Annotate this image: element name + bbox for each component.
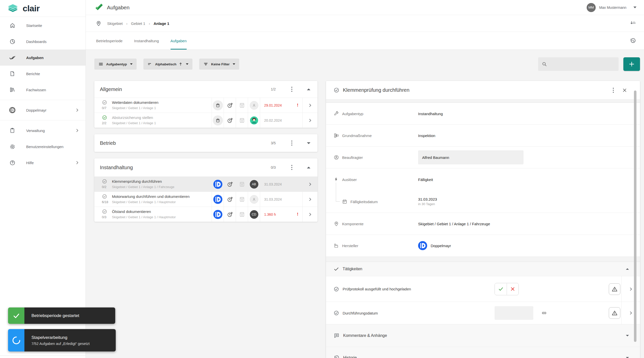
toast-stapelverarbeitung[interactable]: Stapelverarbeitung 7/52 Aufgaben auf „Er… <box>8 329 116 351</box>
task-main: Motorwartung durchführen und dokumentier… <box>94 192 212 207</box>
add-time-cell[interactable] <box>224 177 236 192</box>
open-task-button[interactable] <box>302 98 317 113</box>
sidebar-item-verwaltung[interactable]: Verwaltung <box>0 122 86 139</box>
assignee-cell[interactable] <box>248 113 260 128</box>
add-time-cell[interactable] <box>224 98 236 113</box>
collapse-up-icon[interactable] <box>626 268 629 270</box>
assignee-cell[interactable] <box>248 192 260 207</box>
add-task-button[interactable] <box>623 57 640 71</box>
section-kommentare[interactable]: Kommentare & Anhänge <box>326 324 640 347</box>
collapse-down-icon[interactable] <box>626 357 629 358</box>
collapse-up-icon[interactable] <box>307 88 310 90</box>
sidebar-item-berichte[interactable]: Berichte <box>0 66 86 82</box>
confirm-yes-button[interactable] <box>495 283 507 295</box>
add-time-cell[interactable] <box>224 192 236 207</box>
content: Aufgabentyp Alphabetisch <box>86 50 644 358</box>
assignee-input[interactable]: Alfred Baumann <box>418 150 524 164</box>
home-icon <box>9 22 16 29</box>
sidebar-item-label: Fachwissen <box>26 88 80 92</box>
report-issue-button[interactable] <box>609 283 620 295</box>
pie-chart-icon <box>9 38 16 45</box>
sidebar-item-label: Doppelmayr <box>26 108 74 112</box>
group-count: 1/2 <box>271 87 276 91</box>
filter-keine-filter[interactable]: Keine Filter <box>199 59 239 70</box>
archive-cell[interactable] <box>236 113 248 128</box>
collapse-down-icon[interactable] <box>626 335 629 336</box>
app-logo[interactable]: clair <box>0 0 86 17</box>
open-activity-button[interactable] <box>621 276 640 302</box>
tab-aufgaben[interactable]: Aufgaben <box>171 32 187 50</box>
collapse-down-icon[interactable] <box>307 142 310 144</box>
group-menu-button[interactable] <box>289 87 295 92</box>
user-menu[interactable]: MM Max Mustermann <box>587 3 636 12</box>
tab-betriebsperiode[interactable]: Betriebsperiode <box>96 32 123 50</box>
task-row-oelstand[interactable]: Ölstand dokumentieren 0/3 Skigebiet / Ge… <box>94 207 317 222</box>
toast-body: Betriebsperiode gestartet <box>24 307 115 324</box>
date-input[interactable] <box>495 306 533 320</box>
sidebar-item-fachwissen[interactable]: Fachwissen <box>0 82 86 98</box>
task-row-klemmenpruefung[interactable]: Klemmenprüfung durchführen 0/2 Skigebiet… <box>94 176 317 192</box>
due-date: 31.03.2024 <box>264 197 282 201</box>
filter-aufgabentyp[interactable]: Aufgabentyp <box>94 59 137 70</box>
check-icon <box>334 266 339 272</box>
confirm-no-button[interactable] <box>507 283 518 295</box>
breadcrumb-gebiet-1[interactable]: Gebiet 1 <box>131 21 145 26</box>
panel-scrollbar[interactable] <box>634 91 636 342</box>
assignee-cell[interactable]: CD <box>248 207 260 222</box>
sort-alphabetisch[interactable]: Alphabetisch <box>143 59 193 70</box>
component-cell[interactable] <box>212 113 224 128</box>
task-row-motorwartung[interactable]: Motorwartung durchführen und dokumentier… <box>94 192 317 207</box>
component-cell[interactable] <box>212 98 224 113</box>
add-time-cell[interactable] <box>224 113 236 128</box>
sidebar-item-startseite[interactable]: Startseite <box>0 17 86 33</box>
section-historie[interactable]: Historie <box>326 347 640 358</box>
component-cell[interactable] <box>212 177 224 192</box>
group-menu-button[interactable] <box>289 165 295 170</box>
archive-cell[interactable] <box>236 177 248 192</box>
archive-cell[interactable] <box>236 98 248 113</box>
sidebar-item-benutzereinstellungen[interactable]: Benutzereinstellungen <box>0 139 86 155</box>
close-panel-button[interactable] <box>621 87 628 94</box>
open-activity-button[interactable] <box>621 302 640 324</box>
field-label-text: Fälligkeitsdatum <box>350 200 378 204</box>
due-date-hint: in 30 Tagen <box>418 202 437 206</box>
link-icon[interactable] <box>541 310 547 316</box>
detail-menu-button[interactable] <box>610 88 616 93</box>
assignee-cell[interactable]: AB <box>248 177 260 192</box>
assignee-cell[interactable] <box>248 98 260 113</box>
task-row-absturzsicherung[interactable]: Absturzsicherung stellen 2/2 Skigebiet /… <box>94 113 317 128</box>
user-avatar[interactable]: MM <box>587 3 596 12</box>
sidebar-item-dashboards[interactable]: Dashboards <box>0 33 86 50</box>
collapse-tree-button[interactable] <box>629 20 636 27</box>
report-issue-button[interactable] <box>609 307 620 319</box>
field-grundmassnahme: Grundmaßnahme Inspektion <box>326 124 640 146</box>
open-task-button[interactable] <box>302 207 317 222</box>
add-time-cell[interactable] <box>224 207 236 222</box>
breadcrumb-anlage-1[interactable]: Anlage 1 <box>153 21 169 26</box>
open-task-button[interactable] <box>302 113 317 128</box>
collapse-up-icon[interactable] <box>307 167 310 168</box>
sidebar-item-doppelmayr[interactable]: Doppelmayr <box>0 102 86 118</box>
field-label-text: Komponente <box>342 222 364 226</box>
sidebar-item-hilfe[interactable]: Hilfe <box>0 155 86 171</box>
archive-cell[interactable] <box>236 207 248 222</box>
component-cell[interactable] <box>212 207 224 222</box>
archive-cell[interactable] <box>236 192 248 207</box>
breadcrumb-skigebiet[interactable]: Skigebiet <box>107 21 123 26</box>
tab-instandhaltung[interactable]: Instandhaltung <box>134 32 159 50</box>
chevron-down-icon <box>130 63 133 65</box>
activity-label-text: Durchführungsdatum <box>343 311 378 315</box>
page-title: Aufgaben <box>107 5 130 11</box>
search-input[interactable] <box>547 57 615 71</box>
component-cell[interactable] <box>212 192 224 207</box>
group-menu-button[interactable] <box>289 141 295 146</box>
task-row-wetterdaten[interactable]: Wetterdaten dokumentieren 0/7 Skigebiet … <box>94 98 317 113</box>
open-task-button[interactable] <box>302 177 317 192</box>
search-box[interactable] <box>538 57 619 71</box>
open-task-button[interactable] <box>302 192 317 207</box>
archive-icon <box>239 117 245 124</box>
sidebar-item-aufgaben[interactable]: Aufgaben <box>0 50 86 66</box>
double-check-icon <box>9 54 16 61</box>
toast-betriebsperiode[interactable]: Betriebsperiode gestartet <box>8 307 115 324</box>
history-button[interactable] <box>629 37 636 44</box>
